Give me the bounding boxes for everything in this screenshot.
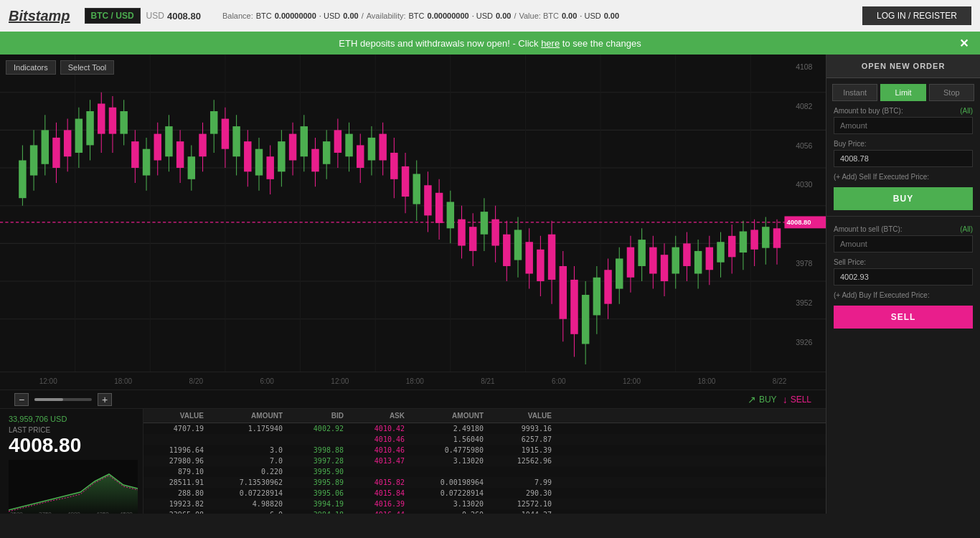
ob-cell: 23965.08 [143,509,208,514]
divider [826,216,980,217]
tab-stop[interactable]: Stop [929,84,974,101]
sell-price-label: Sell Price: [834,258,973,266]
svg-rect-66 [222,119,229,149]
ob-cell: 3995.06 [287,488,348,499]
order-panel: OPEN NEW ORDER Instant Limit Stop Amount… [826,55,980,514]
table-row: 288.800.072289143995.064015.840.07228914… [143,488,826,499]
zoom-plus-button[interactable]: + [98,393,112,406]
ob-cell: 28511.91 [143,477,208,488]
ob-cell: 4.98820 [208,499,287,509]
announcement-banner: ETH deposits and withdrawals now open! -… [0,32,980,55]
ob-header-ask: ASK [348,409,409,423]
sell-all-link[interactable]: (All) [960,225,973,233]
avail-btc: 0.00000000 [428,11,469,20]
ob-cell: 4016.39 [348,499,409,509]
ob-cell: 1044.27 [488,509,556,514]
ob-cell: 290.30 [488,488,556,499]
ob-cell: 3995.89 [287,477,348,488]
svg-text:4008.80: 4008.80 [787,218,811,226]
ob-cell: 4707.19 [143,423,208,434]
ob-cell: 4002.92 [287,423,348,434]
sell-amount-input[interactable] [834,235,973,253]
svg-rect-58 [176,141,184,168]
svg-rect-120 [525,242,532,273]
svg-rect-50 [131,141,138,168]
sell-executed-label[interactable]: (+ Add) Buy If Executed Price: [834,291,930,299]
select-tool-button[interactable]: Select Tool [60,60,115,75]
svg-rect-38 [64,130,71,156]
svg-rect-64 [210,111,217,134]
ob-cell: 4010.42 [348,423,409,434]
svg-rect-88 [345,134,352,157]
table-row: 4010.461.560406257.87 [143,434,826,445]
buy-trade-button[interactable]: ↗ BUY [748,394,777,405]
ob-cell: 1915.39 [488,445,556,456]
svg-rect-76 [278,141,285,171]
ob-cell: 1.56040 [409,434,488,445]
svg-rect-146 [672,247,679,274]
ob-cell: 0.260 [409,509,488,514]
tab-instant[interactable]: Instant [832,84,877,101]
svg-rect-80 [301,126,308,156]
indicators-button[interactable]: Indicators [6,60,56,75]
sell-button[interactable]: SELL [834,306,973,329]
svg-rect-86 [334,130,341,153]
ob-header-amount-l: AMOUNT [208,409,287,423]
sell-price-input[interactable] [834,268,973,285]
sell-amount-label: Amount to sell (BTC): [834,225,903,233]
svg-rect-134 [604,270,611,303]
buy-button-container: BUY [826,184,980,213]
tab-limit[interactable]: Limit [880,84,925,101]
buy-all-link[interactable]: (All) [960,107,973,115]
ob-cell: 288.80 [143,488,208,499]
zoom-slider[interactable] [34,398,92,401]
pair-selector[interactable]: BTC / USD [85,8,141,24]
svg-text:4000: 4000 [67,511,80,514]
login-button[interactable]: LOG IN / REGISTER [862,6,971,25]
buy-executed-section: (+ Add) Sell If Executed Price: [826,170,980,184]
buy-price-input[interactable] [834,150,973,167]
svg-rect-132 [593,278,600,316]
svg-rect-128 [570,280,578,334]
svg-rect-158 [740,232,747,253]
value-usd-label: · USD [580,11,600,20]
svg-rect-126 [560,266,567,319]
svg-rect-162 [762,227,769,247]
separator2: / [514,11,516,20]
banner-text: ETH deposits and withdrawals now open! -… [339,38,641,49]
buy-arrow-icon: ↗ [748,394,756,405]
svg-text:3500: 3500 [10,511,23,514]
svg-rect-60 [188,156,195,179]
banner-close-button[interactable]: ✕ [959,37,969,50]
svg-text:3750: 3750 [39,511,52,514]
svg-rect-148 [683,243,690,266]
svg-text:4056: 4056 [796,142,812,150]
svg-rect-32 [30,145,37,175]
ob-cell: 0.4775980 [409,445,488,456]
buy-executed-label[interactable]: (+ Add) Sell If Executed Price: [834,173,929,181]
ob-cell: 27980.96 [143,456,208,466]
avail-usd: 0.00 [496,11,511,20]
date-label-1: 8/20 [189,377,203,385]
ob-cell: 3994.18 [287,509,348,514]
svg-rect-48 [120,111,127,134]
open-order-title: OPEN NEW ORDER [826,55,980,78]
svg-rect-142 [649,247,656,274]
buy-price-label: Buy Price: [834,140,973,148]
banner-link[interactable]: here [541,38,560,49]
svg-text:3952: 3952 [796,299,812,307]
buy-button[interactable]: BUY [834,187,973,210]
ob-cell [143,434,208,445]
svg-text:4250: 4250 [96,511,109,514]
svg-rect-164 [773,228,781,247]
ob-cell [348,466,409,477]
buy-amount-input[interactable] [834,117,973,134]
usd-balance: 0.00 [343,11,358,20]
svg-rect-152 [706,247,713,270]
svg-rect-154 [717,242,724,262]
sell-trade-button[interactable]: ↓ SELL [783,394,811,405]
ob-cell: 12562.96 [488,456,556,466]
volume-display: 33,959,706 USD [9,415,134,423]
ob-cell: 1.175940 [208,423,287,434]
zoom-minus-button[interactable]: − [14,393,29,406]
